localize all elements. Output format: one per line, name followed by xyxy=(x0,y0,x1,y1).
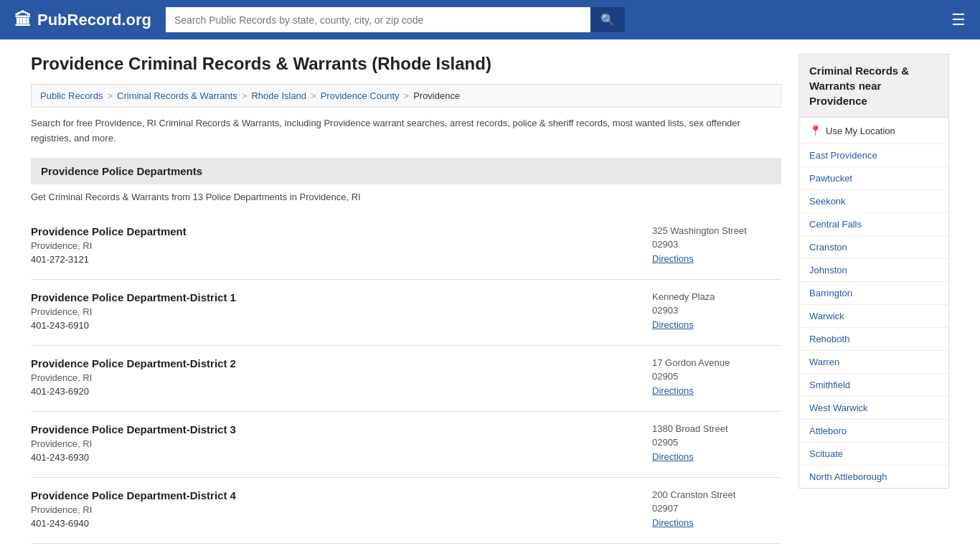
breadcrumb-providence-county[interactable]: Providence County xyxy=(321,90,400,101)
sidebar-item-cranston[interactable]: Cranston xyxy=(799,236,948,259)
dept-phone-3: 401-243-6930 xyxy=(31,452,638,463)
page-description: Search for free Providence, RI Criminal … xyxy=(31,116,781,146)
dept-right-4: 200 Cranston Street 02907 Directions xyxy=(638,489,781,532)
dept-entry: Providence Police Department-District 1 … xyxy=(31,280,781,346)
sidebar-item-central-falls[interactable]: Central Falls xyxy=(799,213,948,236)
dept-left-3: Providence Police Department-District 3 … xyxy=(31,423,638,466)
directions-link-0[interactable]: Directions xyxy=(652,253,694,264)
dept-address-2: 17 Gordon Avenue xyxy=(652,357,781,368)
sidebar-item-scituate[interactable]: Scituate xyxy=(799,443,948,466)
dept-left-2: Providence Police Department-District 2 … xyxy=(31,357,638,400)
sidebar: Criminal Records & Warrants near Provide… xyxy=(798,54,949,544)
breadcrumb-public-records[interactable]: Public Records xyxy=(40,90,103,101)
page-title: Providence Criminal Records & Warrants (… xyxy=(31,54,781,74)
sidebar-item-seekonk[interactable]: Seekonk xyxy=(799,190,948,213)
use-location-label: Use My Location xyxy=(826,126,895,136)
sidebar-nearby-list: East ProvidencePawtucketSeekonkCentral F… xyxy=(799,144,948,488)
dept-location-2: Providence, RI xyxy=(31,372,638,383)
sidebar-item-barrington[interactable]: Barrington xyxy=(799,282,948,305)
dept-name-3: Providence Police Department-District 3 xyxy=(31,423,638,435)
sidebar-item-smithfield[interactable]: Smithfield xyxy=(799,374,948,397)
dept-phone-2: 401-243-6920 xyxy=(31,386,638,397)
directions-link-4[interactable]: Directions xyxy=(652,517,694,528)
sidebar-item-east-providence[interactable]: East Providence xyxy=(799,144,948,167)
sidebar-list: 📍 Use My Location East ProvidencePawtuck… xyxy=(798,118,949,489)
dept-entry: Providence Police Department-District 4 … xyxy=(31,478,781,544)
department-list: Providence Police Department Providence,… xyxy=(31,214,781,544)
dept-zip-4: 02907 xyxy=(652,503,781,514)
breadcrumb-current: Providence xyxy=(413,90,460,101)
breadcrumb-criminal-records[interactable]: Criminal Records & Warrants xyxy=(117,90,237,101)
section-header: Providence Police Departments xyxy=(31,158,781,184)
dept-right-2: 17 Gordon Avenue 02905 Directions xyxy=(638,357,781,400)
sidebar-item-rehoboth[interactable]: Rehoboth xyxy=(799,328,948,351)
sidebar-title: Criminal Records & Warrants near Provide… xyxy=(798,54,949,118)
dept-zip-1: 02903 xyxy=(652,305,781,316)
search-icon: 🔍 xyxy=(600,14,615,26)
dept-location-4: Providence, RI xyxy=(31,504,638,515)
dept-zip-3: 02905 xyxy=(652,437,781,448)
dept-phone-1: 401-243-6910 xyxy=(31,320,638,331)
breadcrumb-rhode-island[interactable]: Rhode Island xyxy=(251,90,306,101)
location-icon: 📍 xyxy=(809,125,821,136)
dept-left-4: Providence Police Department-District 4 … xyxy=(31,489,638,532)
dept-phone-4: 401-243-6940 xyxy=(31,518,638,529)
breadcrumb-sep-2: > xyxy=(242,90,248,101)
content-area: Providence Criminal Records & Warrants (… xyxy=(31,54,781,544)
dept-left-0: Providence Police Department Providence,… xyxy=(31,225,638,268)
dept-name-2: Providence Police Department-District 2 xyxy=(31,357,638,369)
menu-icon[interactable]: ☰ xyxy=(951,11,966,29)
dept-entry: Providence Police Department-District 3 … xyxy=(31,412,781,478)
sidebar-item-johnston[interactable]: Johnston xyxy=(799,259,948,282)
dept-entry: Providence Police Department Providence,… xyxy=(31,214,781,280)
dept-location-3: Providence, RI xyxy=(31,438,638,449)
directions-link-1[interactable]: Directions xyxy=(652,319,694,330)
dept-phone-0: 401-272-3121 xyxy=(31,254,638,265)
dept-right-1: Kennedy Plaza 02903 Directions xyxy=(638,291,781,334)
main-container: Providence Criminal Records & Warrants (… xyxy=(17,39,963,551)
breadcrumb-sep-1: > xyxy=(107,90,113,101)
search-button[interactable]: 🔍 xyxy=(590,7,625,32)
logo-text: PubRecord.org xyxy=(37,11,151,29)
dept-location-0: Providence, RI xyxy=(31,240,638,251)
sidebar-item-north-attleborough[interactable]: North Attleborough xyxy=(799,466,948,488)
dept-location-1: Providence, RI xyxy=(31,306,638,317)
sidebar-item-pawtucket[interactable]: Pawtucket xyxy=(799,167,948,190)
sidebar-item-warwick[interactable]: Warwick xyxy=(799,305,948,328)
breadcrumb-sep-4: > xyxy=(404,90,410,101)
dept-address-0: 325 Washington Street xyxy=(652,225,781,236)
dept-right-3: 1380 Broad Street 02905 Directions xyxy=(638,423,781,466)
dept-zip-0: 02903 xyxy=(652,239,781,250)
sidebar-item-west-warwick[interactable]: West Warwick xyxy=(799,397,948,420)
sidebar-item-warren[interactable]: Warren xyxy=(799,351,948,374)
dept-zip-2: 02905 xyxy=(652,371,781,382)
use-location-button[interactable]: 📍 Use My Location xyxy=(799,118,948,144)
header: 🏛 PubRecord.org 🔍 ☰ xyxy=(0,0,980,39)
logo-link[interactable]: 🏛 PubRecord.org xyxy=(14,10,151,30)
dept-left-1: Providence Police Department-District 1 … xyxy=(31,291,638,334)
breadcrumb-sep-3: > xyxy=(311,90,316,101)
search-bar: 🔍 xyxy=(166,7,625,32)
sidebar-item-attleboro[interactable]: Attleboro xyxy=(799,420,948,443)
breadcrumb: Public Records > Criminal Records & Warr… xyxy=(31,84,781,108)
dept-address-4: 200 Cranston Street xyxy=(652,489,781,500)
dept-entry: Providence Police Department-District 2 … xyxy=(31,346,781,412)
directions-link-3[interactable]: Directions xyxy=(652,451,694,462)
dept-right-0: 325 Washington Street 02903 Directions xyxy=(638,225,781,268)
logo-icon: 🏛 xyxy=(14,10,32,30)
dept-name-0: Providence Police Department xyxy=(31,225,638,237)
dept-name-4: Providence Police Department-District 4 xyxy=(31,489,638,501)
dept-address-3: 1380 Broad Street xyxy=(652,423,781,434)
directions-link-2[interactable]: Directions xyxy=(652,385,694,396)
search-input[interactable] xyxy=(166,7,590,32)
dept-address-1: Kennedy Plaza xyxy=(652,291,781,302)
dept-name-1: Providence Police Department-District 1 xyxy=(31,291,638,303)
section-description: Get Criminal Records & Warrants from 13 … xyxy=(31,192,781,202)
